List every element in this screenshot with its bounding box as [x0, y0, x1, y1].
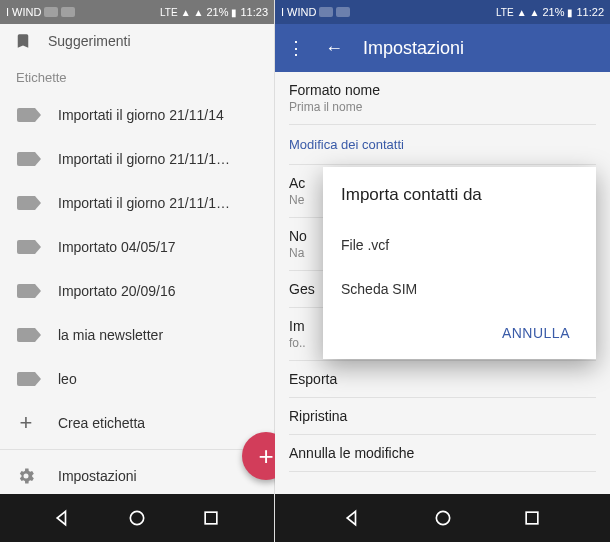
drawer-item-label: Importato 20/09/16: [58, 283, 176, 299]
tag-icon: [16, 149, 36, 169]
nav-bar: [275, 494, 610, 542]
plus-icon: +: [16, 413, 36, 433]
status-bar: I WIND LTE ▲ ▲ 21% ▮ 11:23: [0, 0, 274, 24]
clock: 11:22: [576, 6, 604, 18]
row-secondary: Prima il nome: [289, 100, 596, 114]
divider: [0, 449, 274, 450]
row-primary: Esporta: [289, 371, 596, 387]
drawer-item-label: Crea etichetta: [58, 415, 145, 431]
drawer-item-label-0[interactable]: Importati il giorno 21/11/14: [0, 93, 274, 137]
tag-icon: [16, 237, 36, 257]
app-bar: ⋮ ← Impostazioni: [275, 24, 610, 72]
nav-back-button[interactable]: [342, 507, 364, 529]
row-primary: Ripristina: [289, 408, 596, 424]
menu-icon[interactable]: ⋮: [287, 37, 305, 59]
dialog-option-sim[interactable]: Scheda SIM: [341, 267, 578, 311]
drawer-item-label-2[interactable]: Importati il giorno 21/11/1…: [0, 181, 274, 225]
import-dialog: Importa contatti da File .vcf Scheda SIM…: [323, 167, 596, 359]
bookmark-icon: [14, 32, 32, 50]
left-screenshot: I WIND LTE ▲ ▲ 21% ▮ 11:23 Suggerimenti …: [0, 0, 275, 542]
drawer-item-suggestions[interactable]: Suggerimenti: [0, 24, 274, 58]
notif-icon: [61, 7, 75, 17]
gear-icon: [16, 466, 36, 486]
battery-icon: ▮: [567, 7, 573, 18]
carrier-label: I WIND: [281, 6, 316, 18]
dialog-option-vcf[interactable]: File .vcf: [341, 223, 578, 267]
tag-icon: [16, 325, 36, 345]
battery-label: 21%: [542, 6, 564, 18]
carrier-label: I WIND: [6, 6, 41, 18]
drawer-item-label-5[interactable]: la mia newsletter: [0, 313, 274, 357]
drawer-item-label: Suggerimenti: [48, 33, 131, 49]
drawer-item-label: Importati il giorno 21/11/1…: [58, 195, 230, 211]
dialog-cancel-button[interactable]: ANNULLA: [494, 319, 578, 347]
tag-icon: [16, 281, 36, 301]
battery-label: 21%: [206, 6, 228, 18]
svg-rect-5: [526, 512, 538, 524]
notif-icon: [319, 7, 333, 17]
drawer-item-label: Importati il giorno 21/11/14: [58, 107, 224, 123]
row-primary: Formato nome: [289, 82, 596, 98]
dialog-title: Importa contatti da: [341, 185, 578, 205]
row-primary: Annulla le modifiche: [289, 445, 596, 461]
row-name-format[interactable]: Formato nome Prima il nome: [289, 72, 596, 125]
nav-home-button[interactable]: [126, 507, 148, 529]
nav-recent-button[interactable]: [521, 507, 543, 529]
drawer-item-label-3[interactable]: Importato 04/05/17: [0, 225, 274, 269]
plus-icon: +: [258, 441, 273, 472]
lte-icon: LTE: [496, 7, 514, 18]
row-edit-contacts[interactable]: Modifica dei contatti: [289, 125, 596, 165]
tag-icon: [16, 193, 36, 213]
svg-rect-3: [205, 512, 217, 524]
nav-home-button[interactable]: [432, 507, 454, 529]
status-bar: I WIND LTE ▲ ▲ 21% ▮ 11:22: [275, 0, 610, 24]
drawer-item-label: Impostazioni: [58, 468, 137, 484]
signal-icon: ▲: [517, 7, 527, 18]
drawer-item-label: Importato 04/05/17: [58, 239, 176, 255]
tag-icon: [16, 369, 36, 389]
drawer-item-label-1[interactable]: Importati il giorno 21/11/1…: [0, 137, 274, 181]
signal-icon: ▲: [530, 7, 540, 18]
nav-bar: [0, 494, 274, 542]
notif-icon: [44, 7, 58, 17]
lte-icon: LTE: [160, 7, 178, 18]
nav-recent-button[interactable]: [200, 507, 222, 529]
clock: 11:23: [240, 6, 268, 18]
signal-icon: ▲: [194, 7, 204, 18]
battery-icon: ▮: [231, 7, 237, 18]
signal-icon: ▲: [181, 7, 191, 18]
drawer-item-settings[interactable]: Impostazioni: [0, 454, 274, 498]
drawer-item-label: Importati il giorno 21/11/1…: [58, 151, 230, 167]
right-screenshot: I WIND LTE ▲ ▲ 21% ▮ 11:22 ⋮ ← Impostazi…: [275, 0, 610, 542]
nav-back-button[interactable]: [52, 507, 74, 529]
notif-icon: [336, 7, 350, 17]
section-header-labels: Etichette: [0, 58, 274, 93]
row-export[interactable]: Esporta: [289, 361, 596, 398]
drawer-item-label: la mia newsletter: [58, 327, 163, 343]
drawer-item-label: leo: [58, 371, 77, 387]
page-title: Impostazioni: [363, 38, 464, 59]
back-arrow-icon[interactable]: ←: [325, 38, 343, 59]
svg-point-4: [436, 511, 449, 524]
row-restore[interactable]: Ripristina: [289, 398, 596, 435]
row-undo[interactable]: Annulla le modifiche: [289, 435, 596, 472]
drawer-item-label-6[interactable]: leo: [0, 357, 274, 401]
svg-point-2: [130, 511, 143, 524]
drawer-item-create-label[interactable]: + Crea etichetta: [0, 401, 274, 445]
tag-icon: [16, 105, 36, 125]
drawer-item-label-4[interactable]: Importato 20/09/16: [0, 269, 274, 313]
